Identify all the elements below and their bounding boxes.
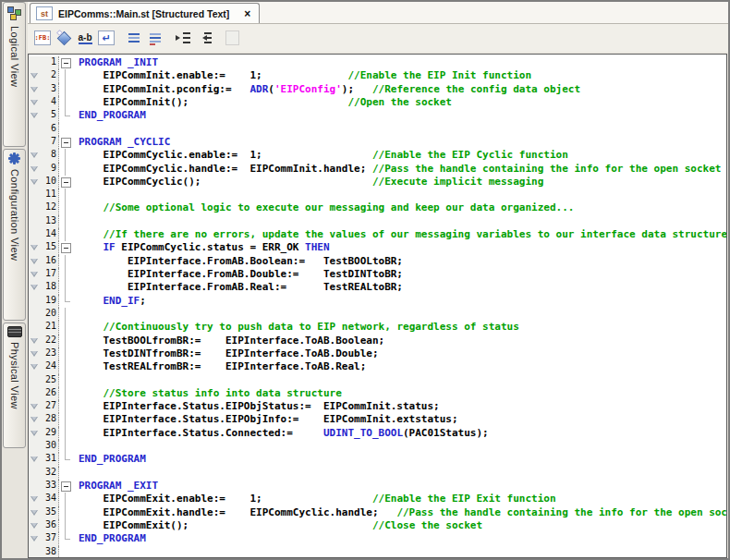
- line-marker-gutter[interactable]: [29, 281, 41, 294]
- line-marker-gutter[interactable]: [29, 241, 41, 254]
- line-marker-gutter[interactable]: [29, 400, 41, 413]
- code-text[interactable]: PROGRAM _CYCLIC: [71, 136, 726, 149]
- code-text[interactable]: //Store status info into data structure: [71, 387, 726, 400]
- code-line[interactable]: 24 TestREALfromBR:= EIPInterface.ToAB.Re…: [29, 360, 726, 373]
- insert-function-block-icon[interactable]: :FB:: [34, 30, 51, 46]
- code-line[interactable]: 13: [29, 215, 726, 228]
- outdent-icon[interactable]: [196, 30, 213, 46]
- line-marker-gutter[interactable]: [29, 427, 41, 440]
- code-text[interactable]: EIPCommExit.enable:= 1; //Enable the EIP…: [71, 493, 726, 505]
- line-marker-gutter[interactable]: [29, 268, 41, 281]
- code-text[interactable]: EIPInterface.Status.Connected:= UDINT_TO…: [71, 427, 726, 440]
- code-editor[interactable]: 1PROGRAM _INIT2 EIPCommInit.enable:= 1; …: [28, 54, 727, 558]
- sort-lines-icon[interactable]: [147, 30, 164, 46]
- code-text[interactable]: TestDINTfromBR:= EIPInterface.ToAB.Doubl…: [71, 347, 726, 360]
- line-marker-gutter[interactable]: [29, 519, 41, 532]
- code-text[interactable]: EIPCommExit.handle:= EIPCommCyclic.handl…: [71, 506, 727, 519]
- code-text[interactable]: //Some optional logic to execute our mes…: [71, 201, 726, 214]
- code-text[interactable]: EIPCommExit(); //Close the socket: [71, 519, 726, 532]
- code-line[interactable]: 3 EIPCommInit.pconfig:= ADR('EIPConfig')…: [29, 83, 726, 96]
- sidebar-item-physical-view[interactable]: Physical View: [3, 323, 26, 448]
- line-marker-gutter[interactable]: [29, 532, 41, 545]
- code-line[interactable]: 35 EIPCommExit.handle:= EIPCommCyclic.ha…: [29, 506, 726, 519]
- code-line[interactable]: 2 EIPCommInit.enable:= 1; //Enable the E…: [29, 69, 726, 82]
- line-marker-gutter[interactable]: [29, 149, 41, 162]
- code-line[interactable]: 30: [29, 440, 726, 453]
- code-text[interactable]: EIPCommCyclic.enable:= 1; //Enable the E…: [71, 149, 726, 162]
- ab-variable-icon[interactable]: a-b: [77, 30, 93, 46]
- line-marker-gutter[interactable]: [29, 176, 41, 189]
- code-line[interactable]: 31END_PROGRAM: [29, 453, 726, 466]
- line-marker-gutter[interactable]: [29, 413, 41, 426]
- code-text[interactable]: PROGRAM _EXIT: [71, 480, 726, 493]
- sidebar-item-configuration-view[interactable]: Configuration View: [3, 149, 26, 321]
- code-line[interactable]: 8 EIPCommCyclic.enable:= 1; //Enable the…: [29, 149, 726, 162]
- code-line[interactable]: 38: [29, 546, 726, 558]
- line-marker-gutter[interactable]: [29, 347, 41, 360]
- code-line[interactable]: 17 EIPInterface.FromAB.Double:= TestDINT…: [29, 268, 726, 281]
- line-marker-gutter[interactable]: [29, 163, 41, 176]
- code-text[interactable]: EIPInterface.FromAB.Boolean:= TestBOOLto…: [71, 255, 726, 268]
- code-text[interactable]: EIPCommCyclic(); //Execute implicit mess…: [71, 176, 726, 189]
- code-text[interactable]: EIPCommInit(); //Open the socket: [71, 96, 726, 109]
- code-text[interactable]: //If there are no errors, update the val…: [71, 228, 727, 241]
- code-text[interactable]: [71, 440, 726, 453]
- code-text[interactable]: EIPInterface.Status.EIPObjStatus:= EIPCo…: [71, 400, 726, 413]
- code-text[interactable]: [71, 308, 726, 321]
- code-text[interactable]: TestREALfromBR:= EIPInterface.ToAB.Real;: [71, 360, 726, 373]
- code-line[interactable]: 25: [29, 374, 726, 387]
- collapse-icon[interactable]: [61, 177, 71, 188]
- code-line[interactable]: 10 EIPCommCyclic(); //Execute implicit m…: [29, 176, 726, 189]
- code-text[interactable]: [71, 189, 726, 201]
- code-line[interactable]: 5END_PROGRAM: [29, 109, 726, 122]
- code-line[interactable]: 21 //Continuously try to push data to EI…: [29, 321, 726, 334]
- collapse-icon[interactable]: [61, 138, 71, 148]
- tab-main-st[interactable]: st EIPComms::Main.st [Structured Text] ×: [30, 3, 260, 23]
- code-text[interactable]: TestBOOLfromBR:= EIPInterface.ToAB.Boole…: [71, 335, 726, 347]
- code-text[interactable]: EIPCommInit.enable:= 1; //Enable the EIP…: [71, 69, 726, 82]
- code-text[interactable]: EIPCommInit.pconfig:= ADR('EIPConfig'); …: [71, 83, 726, 96]
- code-line[interactable]: 23 TestDINTfromBR:= EIPInterface.ToAB.Do…: [29, 347, 726, 360]
- code-text[interactable]: END_IF;: [71, 295, 726, 308]
- line-marker-gutter[interactable]: [29, 453, 41, 466]
- code-text[interactable]: [71, 546, 726, 558]
- code-text[interactable]: [71, 467, 726, 480]
- code-line[interactable]: 6: [29, 123, 726, 136]
- code-line[interactable]: 28 EIPInterface.Status.EIPObjInfo:= EIPC…: [29, 413, 726, 426]
- line-marker-gutter[interactable]: [29, 109, 41, 122]
- code-line[interactable]: 18 EIPInterface.FromAB.Real:= TestREALto…: [29, 281, 726, 294]
- code-line[interactable]: 32: [29, 467, 726, 480]
- code-text[interactable]: EIPInterface.FromAB.Double:= TestDINTtoB…: [71, 268, 726, 281]
- code-text[interactable]: END_PROGRAM: [71, 532, 726, 545]
- code-text[interactable]: END_PROGRAM: [71, 109, 726, 122]
- code-text[interactable]: [71, 123, 726, 136]
- code-line[interactable]: 11: [29, 189, 726, 201]
- code-line[interactable]: 36 EIPCommExit(); //Close the socket: [29, 519, 726, 532]
- code-text[interactable]: EIPInterface.FromAB.Real:= TestREALtoBR;: [71, 281, 726, 294]
- code-line[interactable]: 20: [29, 308, 726, 321]
- indent-icon[interactable]: [175, 30, 191, 46]
- code-line[interactable]: 4 EIPCommInit(); //Open the socket: [29, 96, 726, 109]
- close-icon[interactable]: ×: [244, 7, 250, 20]
- code-line[interactable]: 22 TestBOOLfromBR:= EIPInterface.ToAB.Bo…: [29, 335, 726, 347]
- code-line[interactable]: 7PROGRAM _CYCLIC: [29, 136, 726, 149]
- code-line[interactable]: 16 EIPInterface.FromAB.Boolean:= TestBOO…: [29, 255, 726, 268]
- code-line[interactable]: 33PROGRAM _EXIT: [29, 480, 726, 493]
- code-text[interactable]: //Continuously try to push data to EIP n…: [71, 321, 726, 334]
- code-line[interactable]: 26 //Store status info into data structu…: [29, 387, 726, 400]
- code-line[interactable]: 29 EIPInterface.Status.Connected:= UDINT…: [29, 427, 726, 440]
- code-text[interactable]: EIPInterface.Status.EIPObjInfo:= EIPComm…: [71, 413, 726, 426]
- code-line[interactable]: 9 EIPCommCyclic.handle:= EIPCommInit.han…: [29, 163, 726, 176]
- code-line[interactable]: 37END_PROGRAM: [29, 532, 726, 545]
- diamond-icon[interactable]: [55, 30, 72, 46]
- code-text[interactable]: PROGRAM _INIT: [71, 56, 726, 69]
- line-marker-gutter[interactable]: [29, 360, 41, 373]
- line-marker-gutter[interactable]: [29, 255, 41, 268]
- code-line[interactable]: 12 //Some optional logic to execute our …: [29, 201, 726, 214]
- code-line[interactable]: 1PROGRAM _INIT: [29, 56, 726, 69]
- line-marker-gutter[interactable]: [29, 69, 41, 82]
- collapse-icon[interactable]: [61, 481, 71, 492]
- code-text[interactable]: END_PROGRAM: [71, 453, 726, 466]
- line-marker-gutter[interactable]: [29, 83, 41, 96]
- code-line[interactable]: 27 EIPInterface.Status.EIPObjStatus:= EI…: [29, 400, 726, 413]
